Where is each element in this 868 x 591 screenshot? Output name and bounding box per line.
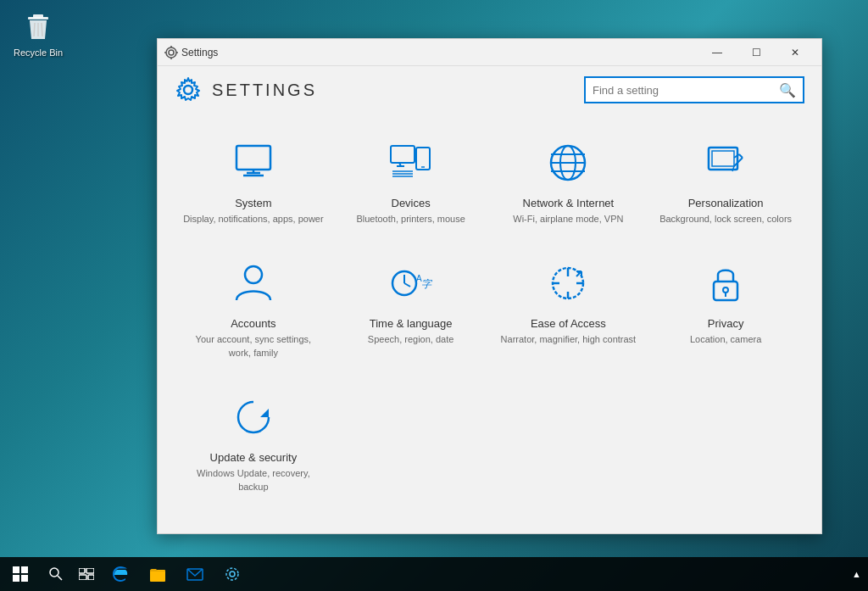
start-icon xyxy=(13,566,28,582)
time-label: Time & language xyxy=(370,317,453,330)
svg-line-55 xyxy=(58,576,62,580)
devices-desc: Bluetooth, printers, mouse xyxy=(356,213,465,226)
settings-header: SETTINGS 🔍 xyxy=(158,66,821,114)
personalization-desc: Background, lock screen, colors xyxy=(659,213,792,226)
svg-rect-12 xyxy=(236,146,270,170)
settings-item-ease[interactable]: Ease of Access Narrator, magnifier, high… xyxy=(490,243,648,376)
svg-rect-53 xyxy=(21,575,28,582)
search-icon: 🔍 xyxy=(772,82,803,98)
settings-item-devices[interactable]: Devices Bluetooth, printers, mouse xyxy=(332,122,490,243)
system-desc: Display, notifications, apps, power xyxy=(183,213,324,226)
mail-svg xyxy=(186,565,204,583)
recycle-bin-label: Recycle Bin xyxy=(14,47,63,59)
svg-rect-52 xyxy=(13,575,19,582)
svg-rect-50 xyxy=(13,566,19,573)
svg-point-63 xyxy=(226,568,238,580)
devices-icon xyxy=(387,139,435,187)
privacy-desc: Location, camera xyxy=(690,333,761,346)
accounts-label: Accounts xyxy=(231,317,275,330)
settings-item-system[interactable]: System Display, notifications, apps, pow… xyxy=(175,122,332,243)
svg-rect-59 xyxy=(88,575,94,580)
svg-point-54 xyxy=(50,568,58,577)
svg-point-47 xyxy=(723,287,728,293)
taskbar-search-icon xyxy=(49,567,63,581)
svg-rect-19 xyxy=(416,148,430,170)
svg-line-38 xyxy=(404,283,410,287)
svg-text:字: 字 xyxy=(421,278,433,290)
settings-title: SETTINGS xyxy=(212,81,317,100)
settings-item-time[interactable]: A 字 Time & language Speech, region, date xyxy=(332,243,490,376)
svg-rect-51 xyxy=(21,566,28,573)
minimize-button[interactable]: — xyxy=(698,39,737,66)
taskbar-app-icons xyxy=(102,557,251,591)
svg-line-4 xyxy=(42,23,42,36)
window-title: Settings xyxy=(181,47,218,59)
file-explorer-svg xyxy=(148,565,167,583)
devices-label: Devices xyxy=(392,197,431,209)
svg-point-62 xyxy=(230,571,235,577)
ease-icon xyxy=(544,259,592,307)
file-explorer-taskbar[interactable] xyxy=(139,557,176,591)
settings-content: System Display, notifications, apps, pow… xyxy=(158,114,821,533)
time-icon: A 字 xyxy=(387,259,435,307)
close-button[interactable]: ✕ xyxy=(776,39,815,66)
svg-marker-49 xyxy=(260,409,269,417)
system-label: System xyxy=(235,197,271,209)
ease-desc: Narrator, magnifier, high contrast xyxy=(501,333,637,346)
personalization-icon xyxy=(702,139,749,187)
settings-item-update[interactable]: Update & security Windows Update, recove… xyxy=(175,376,332,510)
settings-search-input[interactable] xyxy=(586,84,772,97)
time-desc: Speech, region, date xyxy=(368,333,454,346)
start-button[interactable] xyxy=(0,557,41,591)
settings-gear-icon xyxy=(175,76,202,103)
settings-item-accounts[interactable]: Accounts Your account, sync settings, wo… xyxy=(175,243,332,376)
edge-icon-taskbar[interactable] xyxy=(102,557,139,591)
maximize-button[interactable]: ☐ xyxy=(737,39,776,66)
ease-label: Ease of Access xyxy=(531,317,606,330)
settings-title-icon xyxy=(164,46,178,59)
mail-taskbar[interactable] xyxy=(176,557,214,591)
accounts-icon xyxy=(230,259,277,307)
window-titlebar: Settings — ☐ ✕ xyxy=(158,39,821,66)
network-label: Network & Internet xyxy=(523,197,615,209)
taskbar-right: ▲ xyxy=(852,569,868,579)
svg-rect-57 xyxy=(86,568,94,573)
task-view-icon xyxy=(79,568,94,580)
window-controls: — ☐ ✕ xyxy=(698,39,815,66)
svg-rect-60 xyxy=(150,570,165,582)
svg-line-33 xyxy=(739,154,743,158)
settings-item-privacy[interactable]: Privacy Location, camera xyxy=(647,243,804,376)
update-desc: Windows Update, recovery, backup xyxy=(183,467,324,493)
svg-rect-1 xyxy=(33,14,43,18)
svg-rect-16 xyxy=(391,146,415,163)
svg-point-11 xyxy=(184,86,192,94)
settings-taskbar[interactable] xyxy=(214,557,251,591)
svg-point-35 xyxy=(245,266,262,283)
settings-item-personalization[interactable]: Personalization Background, lock screen,… xyxy=(647,122,804,243)
svg-rect-46 xyxy=(714,282,737,300)
svg-point-6 xyxy=(166,47,176,58)
network-icon xyxy=(544,139,592,187)
edge-svg xyxy=(111,565,130,583)
settings-grid: System Display, notifications, apps, pow… xyxy=(175,122,804,510)
settings-window: Settings — ☐ ✕ SETTINGS 🔍 xyxy=(157,38,822,534)
svg-rect-58 xyxy=(79,575,86,580)
taskbar-time: ▲ xyxy=(852,569,861,579)
network-desc: Wi-Fi, airplane mode, VPN xyxy=(513,213,623,226)
task-view-button[interactable] xyxy=(71,557,102,591)
svg-line-2 xyxy=(34,23,35,36)
system-icon xyxy=(230,139,277,187)
taskbar: ▲ xyxy=(0,557,868,591)
settings-search-box[interactable]: 🔍 xyxy=(584,76,804,103)
taskbar-search-button[interactable] xyxy=(41,557,71,591)
update-label: Update & security xyxy=(210,451,298,464)
update-icon xyxy=(230,393,277,441)
settings-item-network[interactable]: Network & Internet Wi-Fi, airplane mode,… xyxy=(490,122,648,243)
recycle-bin-svg xyxy=(21,10,55,44)
recycle-bin-icon[interactable]: Recycle Bin xyxy=(8,7,68,62)
svg-rect-56 xyxy=(79,568,85,573)
settings-taskbar-svg xyxy=(223,565,242,583)
personalization-label: Personalization xyxy=(688,197,764,209)
svg-rect-30 xyxy=(712,151,734,166)
svg-point-5 xyxy=(169,50,174,55)
